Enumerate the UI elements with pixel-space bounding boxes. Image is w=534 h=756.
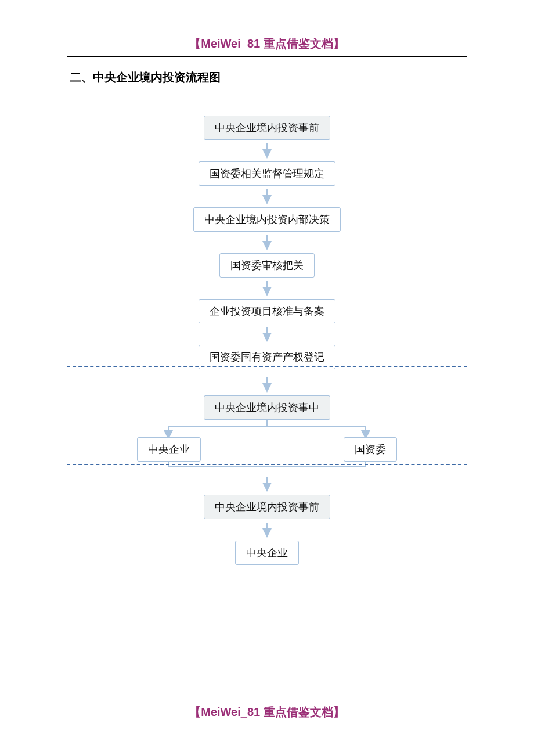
step-sasac-review: 国资委审核把关 [219,253,315,278]
step-internal-decision: 中央企业境内投资内部决策 [193,207,341,232]
phase-after-head: 中央企业境内投资事前 [204,495,330,519]
phase-during-head: 中央企业境内投资事中 [204,395,330,420]
doc-footer: 【MeiWei_81 重点借鉴文档】 [189,705,344,718]
arrow-down-icon [261,523,273,538]
phase-before-head: 中央企业境内投资事前 [204,116,330,140]
section-divider [67,366,467,367]
split-connector: 中央企业 国资委 [128,420,406,460]
step-approval-filing: 企业投资项目核准与备案 [199,299,335,323]
step-central-enterprise: 中央企业 [235,541,299,565]
flowchart: 中央企业境内投资事前 国资委相关监督管理规定 中央企业境内投资内部决策 国资委审… [0,116,534,565]
arrow-down-icon [261,327,273,342]
arrow-down-icon [261,377,273,393]
arrow-down-icon [261,281,273,296]
arrow-down-icon [261,189,273,204]
step-regulation: 国资委相关监督管理规定 [199,161,335,186]
arrow-down-icon [261,235,273,250]
branch-central-enterprise: 中央企业 [137,437,201,462]
section-title: 二、中央企业境内投资流程图 [70,70,534,85]
section-divider [67,464,467,465]
arrow-down-icon [261,143,273,159]
merge-connector [128,460,406,471]
branch-sasac: 国资委 [344,437,397,462]
doc-header: 【MeiWei_81 重点借鉴文档】 [189,36,344,52]
arrow-down-icon [261,477,273,492]
header-rule [67,56,467,57]
